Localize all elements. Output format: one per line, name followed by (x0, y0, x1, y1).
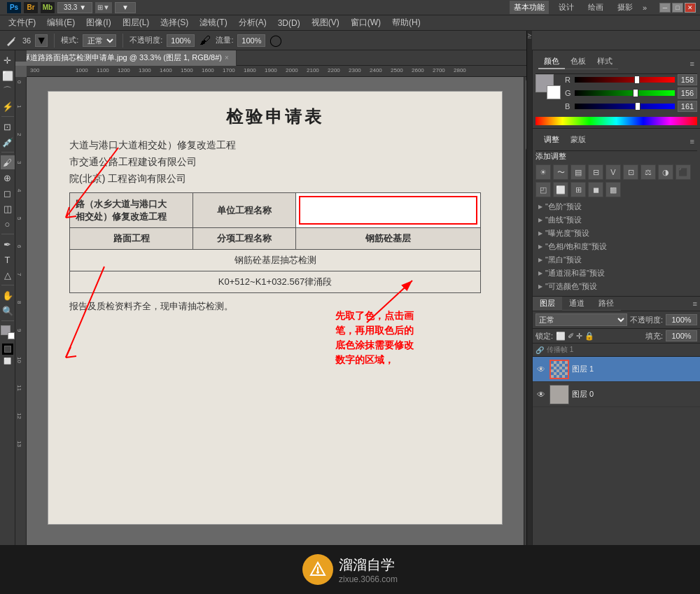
adj-selective[interactable]: ⊞ (570, 182, 586, 197)
layer-item-0[interactable]: 👁 图层 0 (533, 382, 700, 407)
color-selector[interactable] (1, 325, 15, 339)
background-swatch[interactable] (547, 85, 561, 99)
blend-mode-select[interactable]: 正常 (536, 313, 627, 326)
tool-path[interactable]: △ (1, 268, 15, 282)
adj-balance[interactable]: ⚖ (640, 164, 656, 180)
lock-all-icon[interactable]: 🔒 (584, 332, 594, 341)
color-panel-menu[interactable]: ≡ (690, 59, 694, 68)
tab-paths[interactable]: 路径 (592, 297, 621, 311)
g-value-input[interactable] (678, 87, 697, 99)
adj-preset-curves[interactable]: ▶ "曲线"预设 (536, 213, 697, 227)
adj-panel-menu[interactable]: ≡ (690, 137, 694, 146)
b-slider-track[interactable] (575, 104, 675, 109)
tool-wand[interactable]: ⚡ (1, 99, 15, 113)
lock-transparent-icon[interactable]: ⬜ (556, 332, 566, 341)
tab-masks[interactable]: 蒙版 (565, 133, 592, 146)
flow-icon[interactable]: ◯ (270, 34, 282, 47)
tool-pen[interactable]: ✒ (1, 237, 15, 251)
adj-bw[interactable]: ◑ (658, 164, 673, 180)
adj-preset-hue[interactable]: ▶ "色相/饱和度"预设 (536, 240, 697, 253)
b-slider-thumb[interactable] (635, 102, 640, 111)
menu-edit[interactable]: 编辑(E) (41, 15, 80, 30)
opacity-icon[interactable]: 🖌 (199, 34, 211, 47)
layers-panel-menu[interactable]: ≡ (690, 298, 700, 309)
menu-window[interactable]: 窗口(W) (345, 15, 386, 30)
adj-preset-exposure[interactable]: ▶ "曝光度"预设 (536, 227, 697, 240)
workspace-photo[interactable]: 摄影 (613, 1, 637, 14)
menu-analysis[interactable]: 分析(A) (233, 15, 272, 30)
r-value-input[interactable] (678, 74, 697, 85)
mode-select[interactable]: 正常 (83, 34, 116, 47)
adj-preset-levels[interactable]: ▶ "色阶"预设 (536, 200, 697, 213)
tool-lasso[interactable]: ⌒ (1, 84, 15, 98)
tool-text[interactable]: T (1, 253, 15, 267)
zoom-select[interactable]: 33.3 ▼ (57, 2, 92, 13)
adj-preset-bw[interactable]: ▶ "黑白"预设 (536, 253, 697, 267)
adj-threshold[interactable]: ◼ (588, 182, 603, 197)
spectrum-bar[interactable] (536, 117, 697, 125)
r-slider-track[interactable] (575, 77, 675, 83)
tool-hand[interactable]: ✋ (1, 288, 15, 302)
adj-vibrance[interactable]: V (606, 164, 621, 180)
tool-eraser[interactable]: ◻ (1, 186, 15, 200)
layer-item-1[interactable]: 👁 图层 1 (533, 357, 700, 382)
tab-styles[interactable]: 样式 (592, 55, 618, 69)
tool-move[interactable]: ✛ (1, 53, 15, 67)
close-button[interactable]: ✕ (685, 3, 696, 13)
workspace-design[interactable]: 设计 (554, 1, 578, 14)
collapse-btn[interactable]: Al (526, 34, 533, 38)
tool-marquee[interactable]: ⬜ (1, 69, 15, 83)
workspace-basic[interactable]: 基本功能 (510, 1, 549, 14)
flow-input[interactable] (237, 34, 265, 47)
adj-gradient-map[interactable]: ⬜ (553, 182, 568, 197)
tool-gradient[interactable]: ◫ (1, 201, 15, 215)
tool-zoom[interactable]: 🔍 (1, 304, 15, 318)
menu-filter[interactable]: 滤镜(T) (194, 15, 232, 30)
g-slider-track[interactable] (575, 90, 675, 96)
menu-select[interactable]: 选择(S) (155, 15, 194, 30)
lock-position-icon[interactable]: ✛ (576, 332, 582, 341)
tool-brush[interactable]: 🖌 (1, 155, 15, 169)
tool-crop[interactable]: ⊡ (1, 120, 15, 134)
tool-eyedropper[interactable]: 💉 (1, 135, 15, 149)
menu-view[interactable]: 视图(V) (306, 15, 345, 30)
menu-file[interactable]: 文件(F) (3, 15, 41, 30)
menu-image[interactable]: 图像(I) (80, 15, 116, 30)
tool-dodge[interactable]: ○ (1, 217, 15, 231)
background-color[interactable] (8, 332, 15, 339)
adj-curves[interactable]: 〜 (553, 164, 568, 180)
opacity-input[interactable] (666, 314, 697, 325)
tab-swatches[interactable]: 色板 (565, 55, 592, 69)
minimize-button[interactable]: ─ (659, 3, 671, 13)
adj-exposure[interactable]: ⊟ (588, 164, 603, 180)
quick-mask[interactable] (2, 344, 13, 355)
brush-picker[interactable]: ▼ (35, 34, 48, 47)
adj-preset-selective[interactable]: ▶ "可选颜色"预设 (536, 280, 697, 293)
layer-1-visibility[interactable]: 👁 (536, 364, 547, 375)
menu-layer[interactable]: 图层(L) (117, 15, 155, 30)
adj-channel[interactable]: ◰ (536, 182, 551, 197)
adj-levels[interactable]: ▤ (570, 164, 586, 180)
adj-preset-channel[interactable]: ▶ "通道混和器"预设 (536, 267, 697, 280)
menu-help[interactable]: 帮助(H) (386, 15, 426, 30)
workspace-paint[interactable]: 绘画 (584, 1, 608, 14)
r-slider-thumb[interactable] (634, 76, 640, 84)
fill-input[interactable] (666, 330, 697, 341)
adj-hue[interactable]: ⊡ (623, 164, 638, 180)
tab-layers[interactable]: 图层 (533, 297, 562, 311)
g-slider-thumb[interactable] (633, 89, 638, 97)
screen-mode[interactable]: ⬜ (4, 358, 11, 365)
menu-3d[interactable]: 3D(D) (272, 17, 306, 29)
adj-posterize[interactable]: ▩ (606, 182, 621, 197)
workspace-more[interactable]: » (643, 3, 647, 12)
opacity-input[interactable] (167, 34, 195, 47)
lock-pixels-icon[interactable]: ✐ (568, 332, 574, 341)
tool-clone[interactable]: ⊕ (1, 171, 15, 185)
b-value-input[interactable] (678, 101, 697, 112)
brush-tool-icon[interactable] (4, 34, 18, 48)
tab-close-icon[interactable]: × (225, 54, 229, 62)
adj-brightness[interactable]: ☀ (536, 164, 551, 180)
adj-photo[interactable]: ⬛ (676, 164, 691, 180)
document-tab[interactable]: 厚道路路面抽芯检测申请单.jpg @ 33.3% (图层 1, RGB/8#) … (15, 50, 237, 66)
tab-channels[interactable]: 通道 (562, 297, 592, 311)
